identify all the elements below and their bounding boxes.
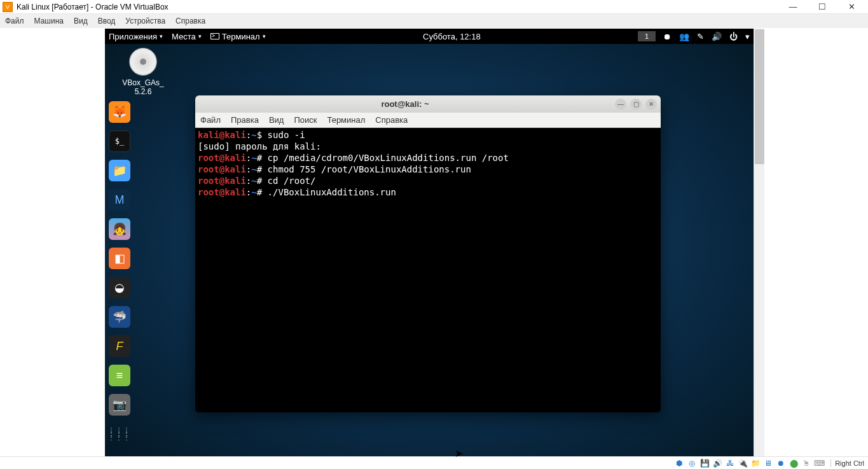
- virtualbox-icon: V: [3, 2, 13, 12]
- terminal-menubar: Файл Правка Вид Поиск Терминал Справка: [195, 113, 661, 128]
- dock-files[interactable]: 📁: [109, 160, 130, 181]
- dock-armitage[interactable]: 👧: [109, 218, 130, 240]
- terminal-icon: [210, 33, 219, 39]
- status-shared-folders-icon[interactable]: 📁: [750, 458, 761, 468]
- power-icon[interactable]: ⏻: [729, 32, 738, 41]
- chevron-down-icon: ▾: [198, 33, 202, 39]
- chevron-down-icon[interactable]: ▾: [745, 32, 750, 41]
- terminal-menu-file[interactable]: Файл: [200, 115, 221, 125]
- dock-firefox[interactable]: 🦊: [109, 101, 130, 123]
- terminal-window: root@kali: ~ — ▢ ✕ Файл Правка Вид Поиск…: [195, 95, 661, 412]
- panel-clock[interactable]: Суббота, 12:18: [266, 32, 638, 41]
- dock-maltego[interactable]: ◒: [109, 277, 130, 298]
- status-display-icon[interactable]: 🖥: [763, 458, 773, 468]
- dock-faraday[interactable]: F: [109, 335, 130, 357]
- terminal-minimize-button[interactable]: —: [615, 99, 626, 110]
- terminal-title: root@kali: ~: [199, 99, 611, 109]
- pen-icon[interactable]: ✎: [697, 32, 704, 41]
- minimize-button[interactable]: —: [784, 2, 802, 11]
- terminal-body[interactable]: kali@kali:~$ sudo -i[sudo] пароль для ka…: [195, 128, 661, 412]
- vbox-titlebar: V Kali Linux [Работает] - Oracle VM Virt…: [0, 0, 868, 14]
- status-network-icon[interactable]: 🖧: [725, 458, 735, 468]
- vbox-menu-help[interactable]: Справка: [176, 17, 205, 25]
- vbox-menu-input[interactable]: Ввод: [98, 17, 116, 25]
- cd-label-line2: 5.2.6: [114, 87, 172, 96]
- status-vrde-icon[interactable]: ⬤: [789, 458, 799, 468]
- vm-display[interactable]: Приложения▾ Места▾ Терминал▾ Суббота, 12…: [105, 29, 754, 456]
- chevron-down-icon: ▾: [160, 33, 163, 39]
- status-keyboard-icon[interactable]: ⌨: [814, 458, 824, 468]
- vbox-window-title: Kali Linux [Работает] - Oracle VM Virtua…: [17, 3, 784, 11]
- volume-icon[interactable]: 🔊: [712, 32, 722, 41]
- close-button[interactable]: ✕: [843, 2, 860, 11]
- status-audio-icon[interactable]: 🔊: [712, 458, 722, 468]
- cdrom-icon: [129, 48, 157, 76]
- status-optical-icon[interactable]: ◎: [687, 458, 697, 468]
- terminal-label: Терминал: [222, 32, 260, 41]
- terminal-menu-edit[interactable]: Правка: [231, 115, 259, 125]
- dock-metasploit[interactable]: M: [109, 189, 130, 211]
- maximize-button[interactable]: ☐: [813, 2, 831, 11]
- terminal-menu-view[interactable]: Вид: [269, 115, 284, 125]
- applications-label: Приложения: [109, 32, 157, 41]
- vbox-menu-file[interactable]: Файл: [5, 17, 24, 25]
- dock-wireshark[interactable]: 🦈: [109, 306, 130, 328]
- terminal-menu-search[interactable]: Поиск: [294, 115, 317, 125]
- terminal-menu-help[interactable]: Справка: [375, 115, 408, 125]
- vbox-status-bar: ⬢ ◎ 💾 🔊 🖧 🔌 📁 🖥 ⏺ ⬤ 🖱 ⌨ Right Ctrl: [0, 456, 868, 469]
- applications-menu[interactable]: Приложения▾: [109, 32, 163, 41]
- dock-show-apps[interactable]: ⋮⋮⋮⋮⋮⋮⋮⋮⋮: [109, 423, 130, 445]
- scrollbar-thumb[interactable]: [755, 29, 764, 164]
- vbox-menu-machine[interactable]: Машина: [34, 17, 64, 25]
- vbox-menu-view[interactable]: Вид: [74, 17, 88, 25]
- dock-terminal[interactable]: $_: [109, 130, 130, 152]
- host-key-label: Right Ctrl: [830, 459, 864, 467]
- cd-label-line1: VBox_GAs_: [114, 78, 172, 87]
- dock: 🦊 $_ 📁 M 👧 ◧ ◒ 🦈 F ≡ 📷 ⋮⋮⋮⋮⋮⋮⋮⋮⋮: [105, 97, 134, 449]
- dock-burpsuite[interactable]: ◧: [109, 248, 130, 269]
- places-label: Места: [172, 32, 196, 41]
- workspace-indicator[interactable]: 1: [638, 31, 656, 41]
- terminal-launcher[interactable]: Терминал▾: [210, 32, 266, 41]
- record-icon[interactable]: ⏺: [663, 32, 672, 41]
- terminal-close-button[interactable]: ✕: [645, 99, 657, 110]
- dock-screenshot[interactable]: 📷: [109, 394, 130, 416]
- kali-top-panel: Приложения▾ Места▾ Терминал▾ Суббота, 12…: [105, 29, 754, 44]
- status-recording-icon[interactable]: ⏺: [776, 458, 786, 468]
- places-menu[interactable]: Места▾: [172, 32, 202, 41]
- terminal-titlebar[interactable]: root@kali: ~ — ▢ ✕: [195, 95, 661, 113]
- status-usb-icon[interactable]: 🔌: [738, 458, 748, 468]
- users-icon[interactable]: 👥: [679, 32, 689, 41]
- vbox-menu-devices[interactable]: Устройства: [125, 17, 165, 25]
- vm-scrollbar[interactable]: [754, 29, 764, 456]
- terminal-maximize-button[interactable]: ▢: [630, 99, 642, 110]
- desktop-cd-icon[interactable]: VBox_GAs_ 5.2.6: [114, 48, 172, 96]
- dock-cherrytree[interactable]: ≡: [109, 365, 130, 386]
- status-mouse-icon[interactable]: 🖱: [801, 458, 811, 468]
- status-hdd-icon[interactable]: ⬢: [674, 458, 684, 468]
- vbox-menubar: Файл Машина Вид Ввод Устройства Справка: [0, 14, 868, 28]
- status-floppy-icon[interactable]: 💾: [699, 458, 710, 468]
- terminal-menu-terminal[interactable]: Терминал: [327, 115, 365, 125]
